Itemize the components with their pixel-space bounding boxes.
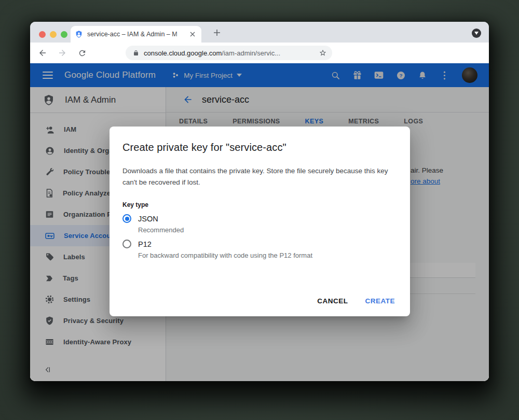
json-radio-row[interactable]: JSON — [122, 214, 397, 223]
key-type-option-p12: P12 For backward compatibility with code… — [122, 240, 397, 259]
new-tab-button[interactable] — [212, 27, 222, 38]
p12-radio-row[interactable]: P12 — [122, 240, 397, 248]
key-type-option-json: JSON Recommended — [122, 214, 397, 234]
back-icon[interactable] — [36, 47, 49, 59]
browser-toolbar: console.cloud.google.com/iam-admin/servi… — [30, 43, 489, 63]
dialog-title: Create private key for "service-acc" — [122, 142, 397, 153]
create-button[interactable]: CREATE — [365, 297, 395, 305]
tab-close-icon[interactable] — [188, 30, 197, 39]
cancel-button[interactable]: CANCEL — [317, 297, 348, 305]
forward-icon[interactable] — [56, 47, 69, 59]
p12-option-label: P12 — [138, 240, 152, 248]
close-window-button[interactable] — [39, 31, 46, 38]
dialog-actions: CANCEL CREATE — [317, 297, 395, 305]
web-viewport: Google Cloud Platform My First Project — [30, 63, 489, 381]
dialog-body-text: Downloads a file that contains the priva… — [122, 165, 397, 188]
browser-tab[interactable]: service-acc – IAM & Admin – M — [71, 26, 201, 43]
traffic-lights — [39, 31, 67, 38]
reload-icon[interactable] — [76, 47, 88, 59]
bookmark-star-icon[interactable] — [319, 49, 327, 57]
zoom-window-button[interactable] — [61, 31, 67, 38]
tab-search-button[interactable] — [472, 29, 481, 38]
lock-icon[interactable] — [133, 49, 139, 57]
minimize-window-button[interactable] — [50, 31, 57, 38]
url-path: /iam-admin/servic... — [222, 49, 280, 57]
radio-unselected-icon[interactable] — [122, 240, 131, 248]
key-type-label: Key type — [122, 201, 397, 208]
p12-option-description: For backward compatibility with code usi… — [138, 251, 397, 259]
create-private-key-dialog: Create private key for "service-acc" Dow… — [110, 127, 410, 316]
radio-selected-icon[interactable] — [122, 214, 131, 223]
tab-title: service-acc – IAM & Admin – M — [87, 31, 188, 38]
json-option-description: Recommended — [138, 226, 397, 234]
json-option-label: JSON — [138, 215, 158, 223]
url-text: console.cloud.google.com/iam-admin/servi… — [144, 49, 319, 57]
url-domain: console.cloud.google.com — [144, 49, 222, 57]
address-bar[interactable]: console.cloud.google.com/iam-admin/servi… — [126, 46, 332, 60]
browser-tab-strip: service-acc – IAM & Admin – M — [30, 22, 489, 43]
iam-favicon-icon — [75, 30, 83, 38]
browser-window: service-acc – IAM & Admin – M console.cl… — [30, 22, 489, 381]
